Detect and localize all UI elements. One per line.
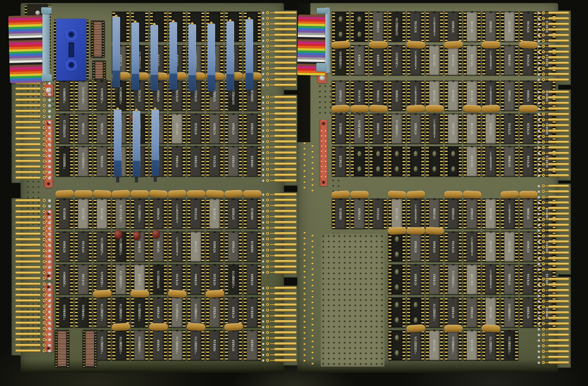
ic-label: □7127N7404A (354, 46, 365, 74)
ic-part: 7804DMP (489, 274, 493, 285)
ic-socket: □7141N8234B (426, 330, 443, 361)
ic-chip: □7115N8881A (247, 298, 257, 327)
gold-edge-finger (274, 331, 296, 334)
ic-label: □7127N7404A (410, 233, 421, 261)
gold-edge-finger (548, 240, 569, 243)
ic-socket: *SN74161N7205 (388, 114, 406, 144)
trimmer-potentiometer (245, 19, 253, 90)
ic-chip: *SN74191N7152 (172, 298, 182, 327)
capacitor (112, 190, 130, 198)
ic-label: □7141N8234B (97, 200, 107, 228)
ic-chip: *SN7483AN7418 (504, 298, 515, 327)
capacitor (388, 190, 406, 199)
gold-edge-finger (274, 34, 296, 36)
gold-edge-finger (16, 349, 41, 352)
solder-pad-column (311, 233, 314, 366)
ic-part: N7451A (213, 274, 216, 285)
ic-part: 7804DMP (414, 55, 418, 66)
gold-edge-finger (274, 61, 296, 64)
ic-chip: ▲AM25LS175PC7804DMP (410, 45, 421, 75)
ic-chip: *SN74175N7202 (485, 331, 496, 360)
ic-label: □7142N7474A (523, 13, 533, 41)
gold-edge-finger (274, 309, 296, 312)
ic-part: N8234B (489, 208, 493, 220)
ic-label: □7115N8881A (247, 233, 257, 261)
gold-edge-finger (274, 84, 296, 86)
ic-chip: □7115N8881A (336, 199, 346, 229)
ic-chip: ▲AM25LS175PC7804DMP (485, 45, 496, 75)
ic-label: □7142N7474A (172, 266, 182, 293)
ic-part: SP380A (526, 208, 530, 220)
trimmer-potentiometer (169, 22, 177, 90)
ic-label: □7137N7400A (247, 266, 257, 293)
gold-edge-finger (16, 333, 41, 335)
ic-socket: □7137N7400A (243, 114, 261, 144)
ic-socket: □7127N7404A (206, 297, 224, 328)
ic-chip: □7141N8234B (467, 147, 477, 176)
ic-socket: □7127N7404A (463, 199, 481, 229)
ic-chip: NDM74123N7551 (392, 12, 402, 41)
blue-relay-socket (56, 19, 86, 81)
ic-chip: ▲AM25LS175PC7804DMP (485, 265, 496, 294)
ic-label: *SN7416N7205 (97, 82, 107, 110)
ic-label: □7142N7474A (523, 148, 533, 175)
ic-part: N7474A (508, 123, 511, 135)
gold-edge-finger (16, 121, 41, 123)
gold-edge-finger (274, 146, 296, 149)
ic-part: N8234B (175, 123, 179, 135)
ic-label: *SN7483AN7418 (134, 332, 145, 359)
ic-socket: □7141N8234B (463, 330, 481, 361)
gold-edge-finger (274, 342, 296, 345)
ic-part: N8881A (339, 123, 342, 135)
capacitor (406, 104, 425, 113)
ic-part: N8234B (489, 307, 493, 318)
ic-socket: □7137N7400A (243, 264, 261, 295)
gold-edge-finger (16, 99, 41, 101)
ic-part: N7474A (82, 241, 85, 253)
gold-edge-finger (16, 160, 41, 163)
ic-chip: □7127N7404A (228, 147, 239, 176)
ic-chip: □7146SP380A (504, 45, 515, 75)
ic-chip: ▲AM25LS175PC7804DMP (172, 232, 182, 262)
ic-label: *SN74123N7147A (78, 82, 88, 110)
ic-label: □7126N7420A (78, 115, 88, 142)
ic-part: N7400A (251, 274, 254, 285)
ic-label: □7146SP380A (504, 82, 515, 110)
ic-chip: □7141N8234B (467, 331, 477, 360)
gold-edge-finger (548, 152, 569, 155)
ic-part: N7400A (414, 274, 418, 285)
ic-part: N8234B (489, 241, 493, 253)
ic-chip: □7141N8234B (485, 298, 496, 327)
capacitor (407, 227, 425, 235)
capacitor (388, 227, 406, 235)
ic-label: ▲AM25LS175PC7804DMP (429, 13, 440, 41)
ic-part: 7205 (119, 276, 123, 284)
gold-edge-finger (16, 283, 41, 285)
ic-socket: □7115N8881A (243, 199, 261, 229)
ic-label: □7115N8881A (247, 200, 257, 228)
ic-chip: □7137N7400A (410, 265, 421, 294)
ic-part: 7206 (138, 308, 141, 316)
ic-label: □7131N7483B (210, 200, 220, 228)
ic-socket: □7141N8234B (463, 114, 481, 144)
ic-socket: *SN74175N7206 (501, 330, 518, 361)
ic-socket: □7115N8881A (538, 146, 556, 177)
ic-label: □7137N7400A (228, 200, 239, 228)
ic-socket: □7141N8234B (187, 231, 205, 262)
capacitor (224, 190, 243, 198)
ic-chip: □7142N7474A (523, 147, 533, 176)
ic-socket (388, 264, 406, 295)
ic-part: N7451A (526, 123, 530, 135)
empty-socket-well (373, 147, 384, 176)
ic-chip: NDM74123N7551 (153, 265, 164, 294)
ic-socket: □7141N8234B (388, 199, 406, 229)
ic-label: ▲AM25LS175PC7804DMP (172, 200, 182, 228)
gold-edge-finger (274, 168, 296, 171)
gold-edge-finger (274, 210, 296, 213)
ic-socket: *SN7416N7205 (388, 45, 406, 76)
ic-part: 7402 (63, 308, 66, 316)
ic-chip: □7141N8234B (429, 45, 440, 75)
ic-part: N7400A (232, 307, 235, 318)
empty-socket-well (392, 331, 402, 360)
ic-label: □7127N7404A (467, 299, 477, 326)
